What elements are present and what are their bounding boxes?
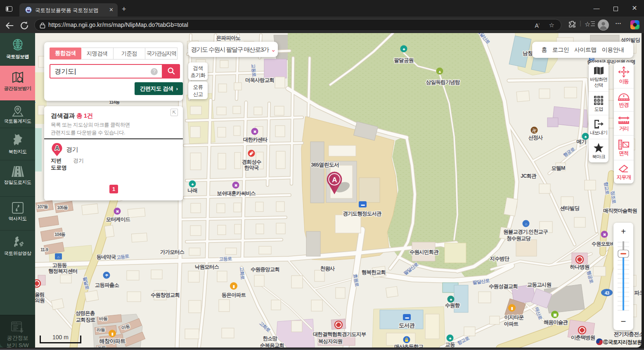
svg-text:수원향: 수원향 xyxy=(445,302,460,308)
svg-text:나래: 나래 xyxy=(187,188,197,193)
svg-text:원불교경기.인천교구: 원불교경기.인천교구 xyxy=(503,229,548,235)
svg-text:해움미술관: 해움미술관 xyxy=(544,319,568,325)
svg-text:교회장로: 교회장로 xyxy=(76,317,95,323)
svg-text:동은아파트: 동은아파트 xyxy=(222,292,246,298)
svg-text:♣: ♣ xyxy=(191,182,194,186)
svg-text:행정복지센터: 행정복지센터 xyxy=(48,268,78,274)
svg-text:낙원모터스: 낙원모터스 xyxy=(195,264,220,270)
svg-text:대한카센타: 대한카센타 xyxy=(243,137,268,143)
svg-text:♣: ♣ xyxy=(450,298,452,302)
svg-text:천왕사: 천왕사 xyxy=(320,266,335,271)
svg-text:A: A xyxy=(55,145,59,151)
svg-text:한약국: 한약국 xyxy=(244,165,258,171)
svg-text:도서관: 도서관 xyxy=(399,322,415,329)
svg-text:남창: 남창 xyxy=(523,50,533,56)
svg-text:卍: 卍 xyxy=(533,129,536,133)
svg-text:동네약국: 동네약국 xyxy=(97,254,116,260)
svg-text:♣: ♣ xyxy=(449,336,451,340)
svg-text:팔달공원: 팔달공원 xyxy=(394,57,414,63)
svg-text:바동: 바동 xyxy=(99,316,108,321)
svg-text:JC회관: JC회관 xyxy=(521,173,537,179)
svg-text:파크: 파크 xyxy=(634,290,642,296)
svg-text:⌂: ⌂ xyxy=(57,255,59,259)
svg-text:모텔M: 모텔M xyxy=(551,165,565,171)
svg-text:매직캣마술학원: 매직캣마술학원 xyxy=(603,208,637,214)
svg-text:청수원교당: 청수원교당 xyxy=(507,236,531,241)
svg-text:ⓒ국토지리정보원: ⓒ국토지리정보원 xyxy=(603,339,642,345)
svg-text:경기도행정도서관: 경기도행정도서관 xyxy=(343,211,382,217)
svg-text:삼일독립기념탑: 삼일독립기념탑 xyxy=(426,79,460,85)
svg-text:고등로: 고등로 xyxy=(219,256,232,262)
svg-text:가가모터스: 가가모터스 xyxy=(160,249,185,255)
svg-text:365열린도서: 365열린도서 xyxy=(311,162,339,168)
svg-text:이지타운: 이지타운 xyxy=(504,314,524,320)
svg-text:수원오토바: 수원오토바 xyxy=(592,241,616,247)
svg-text:지수범단: 지수범단 xyxy=(490,256,510,262)
svg-text:복심자의원: 복심자의원 xyxy=(318,338,343,344)
svg-text:더욱사랑교회: 더욱사랑교회 xyxy=(245,77,274,83)
svg-text:아파트: 아파트 xyxy=(504,321,518,327)
svg-text:올림: 올림 xyxy=(35,292,45,298)
svg-text:11-9: 11-9 xyxy=(40,247,48,252)
svg-text:행복한교회: 행복한교회 xyxy=(362,269,386,275)
svg-text:▬: ▬ xyxy=(361,202,365,207)
svg-text:매산초등학교: 매산초등학교 xyxy=(394,344,424,348)
svg-text:라동: 라동 xyxy=(97,327,105,332)
svg-text:43: 43 xyxy=(605,290,609,295)
svg-text:해창아파트: 해창아파트 xyxy=(99,338,125,344)
svg-text:센타빌딩: 센타빌딩 xyxy=(560,205,580,211)
svg-text:대한결핵협회경기도지부: 대한결핵협회경기도지부 xyxy=(313,331,366,337)
svg-text:107동: 107동 xyxy=(37,204,48,209)
svg-text:성령은총: 성령은총 xyxy=(76,310,95,316)
svg-text:수원성결교회: 수원성결교회 xyxy=(489,283,518,289)
svg-text:⌂: ⌂ xyxy=(525,222,527,226)
svg-text:수원창영교회: 수원창영교회 xyxy=(151,292,180,298)
svg-text:한소망: 한소망 xyxy=(263,336,277,341)
svg-text:교동고시원: 교동고시원 xyxy=(527,282,552,288)
svg-text:하나병원: 하나병원 xyxy=(570,264,590,270)
svg-text:▲: ▲ xyxy=(438,69,441,74)
svg-text:♣: ♣ xyxy=(402,47,405,51)
svg-text:교동: 교동 xyxy=(445,342,455,348)
svg-text:모터케이드: 모터케이드 xyxy=(106,217,130,222)
svg-text:의원: 의원 xyxy=(35,298,45,303)
svg-text:A: A xyxy=(332,176,337,184)
svg-text:선정사: 선정사 xyxy=(528,135,543,140)
svg-text:105동: 105동 xyxy=(57,205,68,210)
svg-text:▣: ▣ xyxy=(553,313,557,317)
svg-text:104동: 104동 xyxy=(54,232,66,237)
svg-text:보쉬대훈카써비스: 보쉬대훈카써비스 xyxy=(217,190,256,196)
svg-text:고등동: 고등동 xyxy=(52,262,66,268)
svg-text:수원시민회관: 수원시민회관 xyxy=(410,249,439,255)
svg-text:수원중앙교회: 수원중앙교회 xyxy=(251,267,279,272)
svg-text:☂: ☂ xyxy=(105,274,108,278)
svg-text:전기차충전소: 전기차충전소 xyxy=(613,331,642,337)
svg-text:고등파출소: 고등파출소 xyxy=(95,282,120,288)
svg-text:▬: ▬ xyxy=(405,315,409,319)
svg-text:경희성수: 경희성수 xyxy=(242,159,261,165)
svg-text:이춘택병원: 이춘택병원 xyxy=(571,335,595,340)
svg-text:은파피아노: 은파피아노 xyxy=(216,35,241,41)
svg-text:순복음교회: 순복음교회 xyxy=(260,343,284,348)
svg-text:♣: ♣ xyxy=(584,135,587,139)
